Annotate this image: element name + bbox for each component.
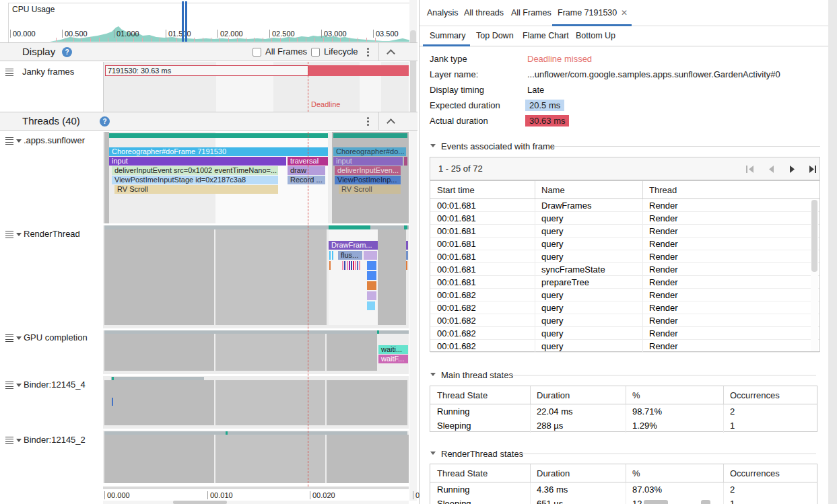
column-header: Name — [535, 181, 643, 199]
trace-event[interactable]: DrawFram... — [329, 241, 378, 250]
table-row[interactable]: 00:01.682queryRender — [430, 340, 819, 353]
help-icon[interactable]: ? — [100, 116, 110, 127]
table-row[interactable]: 00:01.681DrawFramesRender — [430, 199, 819, 212]
trace-event[interactable]: Record ... — [288, 176, 325, 184]
janky-frames-track[interactable]: 7191530: 30.63 ms Deadline — [103, 62, 409, 112]
expand-triangle-icon[interactable] — [16, 336, 22, 340]
table-row[interactable]: 00:01.682queryRender — [430, 327, 819, 340]
thread-name[interactable]: Binder:12145_2 — [24, 435, 86, 445]
janky-frame-bar[interactable] — [308, 65, 409, 76]
selection-marker[interactable] — [185, 1, 187, 42]
table-row[interactable]: 00:01.681prepareTreeRender — [430, 276, 819, 289]
tab-analysis[interactable]: Analysis — [427, 8, 459, 17]
table-cell: query — [535, 314, 643, 326]
panel-scrollbar[interactable] — [828, 0, 837, 504]
expand-triangle-icon[interactable] — [16, 139, 22, 143]
table-cell: 00:01.682 — [430, 340, 535, 352]
drag-handle-icon[interactable] — [5, 69, 13, 78]
drag-handle-icon[interactable] — [5, 382, 13, 391]
drag-handle-icon[interactable] — [5, 231, 13, 240]
table-row[interactable]: 00:01.682queryRender — [430, 314, 819, 327]
table-row[interactable]: Sleeping288 µs1.29%1 — [430, 419, 817, 433]
tab-frame[interactable]: Frame 7191530 — [558, 8, 617, 17]
table-cell: Render — [643, 327, 819, 339]
trace-event-dim[interactable]: ViewPostImeInp... — [335, 176, 401, 184]
thread-track-sunflower[interactable]: Choreographer#doFrame 7191530 input trav… — [103, 132, 409, 223]
expand-triangle-icon[interactable] — [16, 384, 22, 387]
kebab-menu-icon[interactable] — [367, 117, 370, 127]
states-table-header[interactable]: Thread StateDuration%Occurrences — [430, 464, 817, 482]
table-scrollbar[interactable] — [811, 200, 818, 351]
vertical-scrollbar[interactable] — [409, 0, 417, 501]
close-icon[interactable]: ✕ — [621, 8, 628, 17]
table-row[interactable]: 00:01.681queryRender — [430, 212, 819, 225]
thread-name[interactable]: Binder:12145_4 — [24, 380, 86, 390]
table-cell: DrawFrames — [535, 199, 643, 211]
drag-handle-icon[interactable] — [5, 334, 13, 344]
table-row[interactable]: 00:01.681queryRender — [430, 225, 819, 238]
time-label: 02.000 — [217, 30, 243, 38]
column-header: Duration — [531, 464, 626, 482]
collapse-triangle-icon[interactable] — [430, 452, 436, 455]
trace-event-dim[interactable]: RV Scroll — [339, 185, 401, 194]
events-table-header[interactable]: Start timeNameThread — [430, 181, 819, 199]
first-page-icon[interactable] — [745, 165, 755, 174]
expand-triangle-icon[interactable] — [16, 439, 22, 442]
horizontal-scrollbar[interactable] — [103, 501, 409, 504]
tab-all-threads[interactable]: All threads — [464, 8, 504, 17]
collapse-chevron-icon[interactable] — [387, 49, 395, 58]
trace-event-dim[interactable]: deliverInputEven... — [335, 166, 401, 175]
collapse-triangle-icon[interactable] — [430, 144, 436, 147]
selection-marker[interactable] — [182, 1, 184, 42]
trace-event[interactable]: deliverInputEvent src=0x1002 eventTimeNa… — [112, 166, 278, 175]
drag-handle-icon[interactable] — [5, 437, 13, 446]
kebab-menu-icon[interactable] — [367, 48, 370, 58]
table-row[interactable]: 00:01.682queryRender — [430, 289, 819, 301]
cpu-usage-strip[interactable]: CPU Usage 00.000 00.500 01.000 01.500 02… — [0, 0, 417, 42]
thread-name[interactable]: GPU completion — [24, 332, 88, 343]
help-icon[interactable]: ? — [62, 47, 72, 57]
thread-track-binder4[interactable] — [103, 376, 409, 429]
collapse-chevron-icon[interactable] — [387, 118, 395, 127]
tab-summary[interactable]: Summary — [430, 31, 465, 40]
states-table-header[interactable]: Thread StateDuration%Occurrences — [430, 386, 817, 404]
thread-track-gpu-completion[interactable]: waiti... waitF... — [103, 330, 409, 374]
last-page-icon[interactable] — [807, 165, 817, 174]
expand-triangle-icon[interactable] — [16, 233, 22, 236]
trace-event[interactable]: waitF... — [378, 355, 408, 363]
trace-event[interactable]: waiti... — [378, 345, 408, 354]
collapse-triangle-icon[interactable] — [430, 373, 436, 376]
trace-event[interactable]: flus... — [338, 251, 362, 260]
thread-name[interactable]: RenderThread — [24, 229, 80, 239]
trace-event[interactable]: draw — [288, 166, 325, 175]
thread-name[interactable]: .apps.sunflower — [24, 135, 85, 145]
table-row[interactable]: 00:01.682queryRender — [430, 301, 819, 314]
trace-event[interactable]: input — [109, 157, 286, 166]
table-row[interactable]: Running22.04 ms98.71%2 — [430, 404, 817, 419]
drag-handle-icon[interactable] — [5, 137, 13, 147]
thread-track-renderthread[interactable]: DrawFram... flus... — [103, 225, 409, 328]
table-row[interactable]: 00:01.681syncFrameStateRender — [430, 263, 819, 276]
trace-event[interactable]: ViewPostImeInputStage id=0x2187c3a8 — [112, 176, 278, 184]
table-row[interactable]: 00:01.681queryRender — [430, 238, 819, 250]
table-row[interactable]: Running4.36 ms87.03%2 — [430, 482, 817, 497]
tab-flame-chart[interactable]: Flame Chart — [523, 31, 569, 40]
all-frames-checkbox[interactable] — [253, 48, 261, 57]
tab-all-frames[interactable]: All Frames — [511, 8, 551, 17]
prev-page-icon[interactable] — [766, 165, 776, 174]
trace-event-dim[interactable]: input — [333, 157, 403, 166]
lifecycle-checkbox[interactable] — [311, 48, 320, 57]
next-page-icon[interactable] — [787, 165, 797, 174]
scrollbar-thumb[interactable] — [173, 501, 227, 504]
frame-duration-chip[interactable]: 7191530: 30.63 ms — [105, 65, 308, 76]
all-frames-checkbox-label: All Frames — [265, 46, 307, 57]
trace-event[interactable] — [112, 398, 113, 406]
table-row[interactable]: 00:01.681queryRender — [430, 250, 819, 263]
trace-event[interactable]: Choreographer#doFrame 7191530 — [109, 147, 328, 156]
tab-bottom-up[interactable]: Bottom Up — [576, 31, 615, 40]
table-row[interactable]: Sleeping651 µs12.97%1 — [430, 497, 817, 504]
tab-top-down[interactable]: Top Down — [476, 31, 514, 40]
trace-event-dim[interactable]: Choreographer#do... — [333, 147, 406, 156]
thread-track-binder2[interactable] — [103, 431, 409, 483]
trace-event[interactable]: RV Scroll — [114, 185, 278, 194]
